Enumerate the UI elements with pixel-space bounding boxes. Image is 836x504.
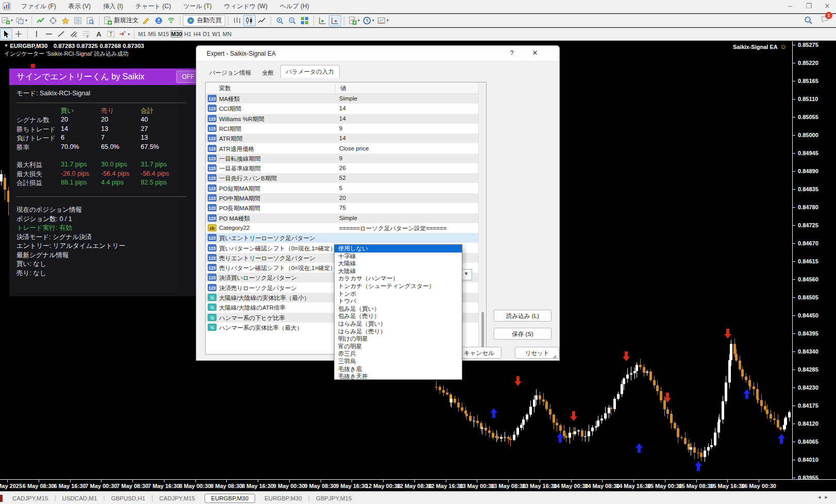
chart-tab-4[interactable]: EURGBP,M30	[205, 494, 256, 503]
param-row-4[interactable]: 123ATR期間14	[206, 133, 479, 143]
param-row-9[interactable]: 123PO短期MA期間5	[206, 183, 479, 193]
param-row-6[interactable]: 123一目転換線期間9	[206, 154, 479, 163]
signals-button[interactable]	[165, 15, 177, 26]
tile-windows-button[interactable]	[298, 15, 311, 26]
param-value[interactable]: 26	[339, 165, 346, 171]
param-row-10[interactable]: 123PO中期MA期間20	[206, 193, 479, 203]
time-scale[interactable]: 6 May 20256 May 08:306 May 16:307 May 00…	[0, 480, 836, 491]
help-button[interactable]: ?	[507, 49, 517, 59]
timeframe-m15[interactable]: M15	[158, 30, 170, 38]
menu-item-3[interactable]: チャート (C)	[129, 3, 177, 10]
search-icon[interactable]	[804, 16, 812, 24]
chart-tab-1[interactable]: USDCAD,M1	[56, 494, 104, 502]
param-value[interactable]: Close price	[339, 145, 369, 152]
candle-chart-button[interactable]	[243, 15, 256, 26]
line-chart-button[interactable]	[256, 15, 268, 26]
horizontal-line-button[interactable]	[43, 28, 55, 40]
timeframe-w1[interactable]: W1	[212, 30, 222, 38]
param-value[interactable]: 14	[339, 135, 346, 141]
dropdown-option-13[interactable]: 宵の明星	[335, 343, 462, 350]
quotes-button[interactable]	[47, 15, 59, 26]
dropdown-option-4[interactable]: カラカサ（ハンマー）	[335, 275, 462, 282]
profiles-button[interactable]: ▾	[14, 15, 29, 26]
menu-item-2[interactable]: 挿入 (I)	[97, 3, 129, 10]
community-button[interactable]	[153, 15, 165, 26]
dropdown-option-6[interactable]: トンボ	[335, 290, 462, 298]
close-button[interactable]: ✕	[822, 0, 833, 12]
new-chart-button[interactable]: ▾	[0, 15, 14, 26]
menu-item-6[interactable]: ヘルプ (H)	[274, 3, 315, 10]
minimize-button[interactable]: –	[784, 0, 796, 12]
dialog-close-button[interactable]: ✕	[529, 49, 541, 59]
menu-item-5[interactable]: ウィンドウ (W)	[218, 3, 274, 10]
dropdown-option-3[interactable]: 大陰線	[335, 267, 462, 275]
param-row-0[interactable]: 123MA種類Simple	[206, 94, 479, 104]
dropdown-option-14[interactable]: 赤三兵	[335, 350, 462, 358]
period-button[interactable]: ▾	[361, 15, 376, 26]
chart-shift-button[interactable]	[329, 15, 341, 26]
dropdown-option-17[interactable]: 毛抜き天井	[335, 373, 462, 380]
param-row-7[interactable]: 123一目基準線期間26	[206, 163, 479, 173]
table-scrollbar[interactable]	[478, 82, 486, 354]
bar-chart-button[interactable]	[231, 15, 243, 26]
dropdown-option-7[interactable]: トウバ	[335, 297, 462, 305]
resize-grip[interactable]: ◢	[553, 354, 558, 359]
timeframe-h1[interactable]: H1	[183, 30, 192, 38]
favorites-button[interactable]	[59, 15, 72, 26]
add-indicator-button[interactable]: ▾	[347, 15, 361, 26]
notifications-button[interactable]: 1	[821, 15, 829, 25]
param-row-14[interactable]: 123買いエントリーローソク足パターン	[206, 233, 479, 243]
timeframe-m1[interactable]: M1	[138, 30, 146, 38]
dropdown-option-15[interactable]: 三羽烏	[335, 358, 462, 365]
dropdown-option-12[interactable]: 明けの明星	[335, 335, 462, 343]
trendline-button[interactable]	[55, 28, 68, 40]
timeframe-d1[interactable]: D1	[203, 30, 211, 38]
param-value[interactable]: 14	[339, 105, 346, 111]
load-button[interactable]: 読み込み (L)	[494, 310, 551, 322]
param-value[interactable]: 14	[339, 115, 346, 122]
dropdown-option-5[interactable]: トンカチ（シューティングスター）	[335, 282, 462, 290]
param-row-1[interactable]: 123CCI期間14	[206, 104, 479, 113]
tick-chart-button[interactable]	[35, 15, 47, 26]
timeframe-m30[interactable]: M30	[171, 30, 182, 38]
timeframe-mn[interactable]: MN	[222, 30, 232, 38]
param-value[interactable]: ======ローソク足パターン設定======	[339, 225, 447, 232]
dropdown-option-11[interactable]: はらみ足（売り）	[335, 328, 462, 335]
dialog-titlebar[interactable]: Expert - Saikix-Signal EA ? ✕	[196, 46, 559, 61]
dropdown-option-1[interactable]: 十字線	[335, 253, 462, 260]
template-button[interactable]: ▾	[376, 15, 390, 26]
collapse-triangle-icon[interactable]: ▼	[4, 43, 8, 48]
dropdown-option-10[interactable]: はらみ足（買い）	[335, 320, 462, 328]
vertical-line-button[interactable]	[30, 28, 43, 40]
dropdown-option-16[interactable]: 毛抜き底	[335, 365, 462, 373]
dialog-tab-1[interactable]: 全般	[257, 68, 279, 78]
autotrading-button[interactable]: 自動売買	[183, 15, 225, 26]
cursor-button[interactable]	[0, 28, 12, 40]
param-value[interactable]: Simple	[339, 95, 357, 102]
label-tool-button[interactable]: T	[105, 28, 117, 40]
param-row-3[interactable]: 123RCI期間9	[206, 124, 479, 133]
market-watch-button[interactable]	[72, 15, 84, 26]
param-value[interactable]: 9	[339, 125, 342, 131]
dropdown-option-2[interactable]: 大陽線	[335, 260, 462, 267]
param-value[interactable]: 5	[339, 185, 342, 191]
param-value[interactable]: Simple	[339, 215, 357, 221]
menu-item-1[interactable]: 表示 (V)	[62, 3, 97, 10]
zoom-out-button[interactable]	[286, 15, 298, 26]
param-row-13[interactable]: abCategory22======ローソク足パターン設定======	[206, 223, 479, 233]
chart-tab-5[interactable]: EURGBP,M30	[258, 494, 308, 502]
param-value[interactable]: 20	[339, 195, 346, 201]
crosshair-button[interactable]	[12, 28, 25, 40]
crayon-button[interactable]	[140, 15, 153, 26]
dialog-tab-2[interactable]: パラメータの入力	[280, 65, 340, 78]
ea-smiley-icon[interactable]: ☺	[780, 43, 787, 51]
param-row-8[interactable]: 123一目先行スパンB期間52	[206, 173, 479, 183]
auto-scroll-button[interactable]	[316, 15, 329, 26]
zoom-in-button[interactable]	[274, 15, 286, 26]
text-tool-button[interactable]: A	[92, 28, 105, 40]
data-window-button[interactable]	[84, 15, 96, 26]
dropdown-option-0[interactable]: 使用しない	[335, 245, 462, 253]
dropdown-option-8[interactable]: 包み足（買い）	[335, 305, 462, 313]
param-value[interactable]: 75	[339, 205, 346, 211]
cancel-button[interactable]: キャンセル	[457, 347, 501, 359]
